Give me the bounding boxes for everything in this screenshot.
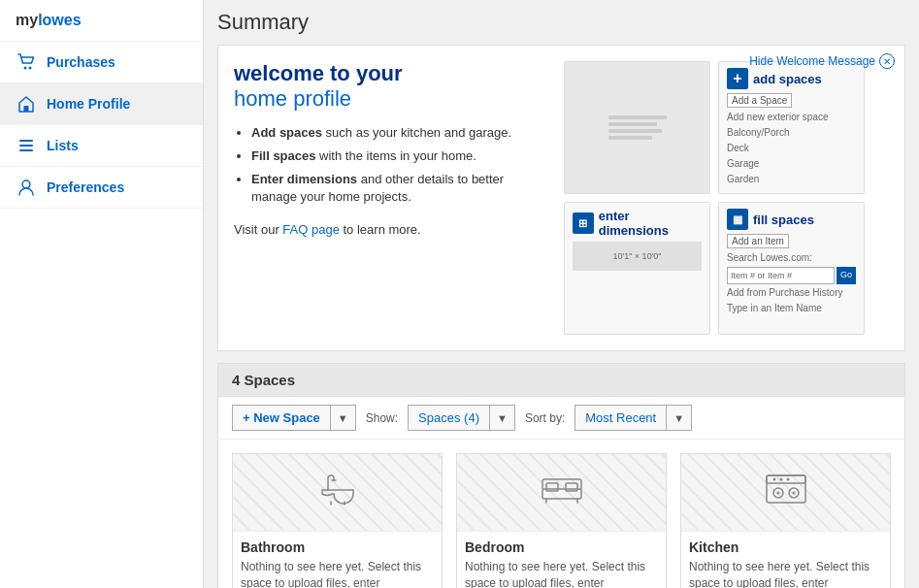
page-title: Summary <box>217 10 905 35</box>
show-filter-dropdown[interactable]: Spaces (4) ▼ <box>408 405 515 431</box>
screenshot-placeholder <box>564 61 710 194</box>
hide-welcome-button[interactable]: Hide Welcome Message ✕ <box>749 53 895 69</box>
list-item: Garage <box>727 156 856 172</box>
welcome-text: welcome to your home profile Add spaces … <box>234 61 544 335</box>
dimensions-icon-box: ⊞ <box>573 212 594 234</box>
sidebar-item-preferences[interactable]: Preferences <box>0 167 203 209</box>
screenshot-line <box>608 136 652 140</box>
welcome-faq: Visit our FAQ page to learn more. <box>234 222 544 237</box>
sidebar-item-home-profile[interactable]: Home Profile <box>0 83 203 125</box>
svg-point-6 <box>22 180 30 188</box>
bathtub-icon <box>318 473 357 513</box>
enter-dimensions-label: enter dimensions <box>599 209 702 238</box>
welcome-heading: welcome to your home profile <box>234 61 544 113</box>
enter-dimensions-title: ⊞ enter dimensions <box>573 209 702 238</box>
svg-rect-3 <box>19 140 33 142</box>
bedroom-title: Bedroom <box>457 532 666 559</box>
bedroom-desc: Nothing to see here yet. Select this spa… <box>457 559 666 588</box>
sidebar: mylowes Purchases Home Profile <box>0 0 204 588</box>
svg-rect-9 <box>566 483 577 491</box>
screenshot-line <box>608 115 667 119</box>
welcome-panel: Hide Welcome Message ✕ welcome to your h… <box>217 45 905 351</box>
spaces-header: 4 Spaces <box>218 364 904 397</box>
person-icon <box>16 177 37 198</box>
brand-my: my <box>16 12 38 28</box>
stove-icon <box>765 472 807 513</box>
faq-prefix: Visit our <box>234 222 282 237</box>
svg-rect-8 <box>546 483 558 491</box>
show-chevron-icon: ▼ <box>490 408 514 429</box>
fill-space-list: Search Lowes.com: Item # or Item # Go Ad… <box>727 250 856 316</box>
bullet-enter-dimensions: Enter dimensions and other details to be… <box>251 171 544 206</box>
brand: mylowes <box>0 0 203 42</box>
sidebar-label-preferences: Preferences <box>47 180 124 195</box>
space-card-bedroom[interactable]: Bedroom Nothing to see here yet. Select … <box>456 453 667 588</box>
screenshot-line <box>608 122 657 126</box>
svg-point-17 <box>779 478 782 481</box>
faq-link[interactable]: FAQ page <box>282 222 340 237</box>
hide-welcome-label: Hide Welcome Message <box>749 54 875 68</box>
show-label: Show: <box>366 411 398 425</box>
welcome-line2: home profile <box>234 86 351 111</box>
kitchen-title: Kitchen <box>681 532 890 559</box>
search-field: Item # or Item # <box>727 267 835 284</box>
new-space-label: + New Space <box>233 406 331 430</box>
lists-icon <box>16 135 37 156</box>
list-item: Garden <box>727 172 856 187</box>
sort-chevron-icon: ▼ <box>667 408 691 429</box>
close-icon: ✕ <box>879 53 895 69</box>
sidebar-label-home-profile: Home Profile <box>47 96 130 112</box>
fill-space-row: Add an Item <box>727 234 856 248</box>
search-lowes: Search Lowes.com: <box>727 250 856 266</box>
new-space-chevron-icon: ▼ <box>331 408 355 429</box>
bedroom-image <box>457 454 666 532</box>
add-from-purchase: Add from Purchase History <box>727 285 856 301</box>
spaces-section: 4 Spaces + New Space ▼ Show: Spaces (4) … <box>217 363 905 588</box>
space-card-kitchen[interactable]: Kitchen Nothing to see here yet. Select … <box>680 453 891 588</box>
plus-icon-box: + <box>727 68 748 89</box>
fill-icon-box: ▦ <box>727 209 748 230</box>
kitchen-desc: Nothing to see here yet. Select this spa… <box>681 559 890 588</box>
space-card-bathroom[interactable]: Bathroom Nothing to see here yet. Select… <box>232 453 443 588</box>
sort-label: Sort by: <box>525 411 565 425</box>
add-item-dropdown: Add an Item <box>727 234 789 248</box>
svg-point-18 <box>786 478 789 481</box>
new-space-button[interactable]: + New Space ▼ <box>232 405 356 431</box>
sidebar-item-purchases[interactable]: Purchases <box>0 42 203 83</box>
fill-spaces-title: ▦ fill spaces <box>727 209 856 230</box>
svg-rect-4 <box>19 145 33 147</box>
cart-icon <box>16 51 37 73</box>
bullet-add-spaces: Add spaces such as your kitchen and gara… <box>251 124 544 142</box>
screenshot-lines <box>608 115 667 140</box>
bathroom-title: Bathroom <box>233 532 442 559</box>
bathroom-image <box>233 454 442 532</box>
add-space-row: Add a Space <box>727 93 856 108</box>
spaces-cards: Bathroom Nothing to see here yet. Select… <box>218 440 904 588</box>
screenshot-line <box>608 129 662 133</box>
svg-point-16 <box>772 478 775 481</box>
add-spaces-title: + add spaces <box>727 68 856 89</box>
enter-dimensions-card: ⊞ enter dimensions 10'1" × 10'0" <box>564 202 710 335</box>
add-space-dropdown: Add a Space <box>727 93 792 108</box>
svg-point-1 <box>29 67 32 70</box>
svg-rect-2 <box>24 106 29 112</box>
welcome-illustration: + add spaces Add a Space Add new exterio… <box>564 61 865 335</box>
spaces-toolbar: + New Space ▼ Show: Spaces (4) ▼ Sort by… <box>218 397 904 440</box>
search-row: Item # or Item # Go <box>727 267 856 284</box>
welcome-bullets: Add spaces such as your kitchen and gara… <box>234 124 544 207</box>
show-value: Spaces (4) <box>409 406 490 430</box>
go-button: Go <box>837 267 856 284</box>
sort-dropdown[interactable]: Most Recent ▼ <box>574 405 692 431</box>
bed-icon <box>541 474 583 511</box>
list-item: Deck <box>727 141 856 156</box>
add-space-list: Add new exterior space Balcony/Porch Dec… <box>727 110 856 187</box>
bullet-fill-spaces: Fill spaces with the items in your home. <box>251 147 544 165</box>
kitchen-image <box>681 454 890 532</box>
svg-point-15 <box>792 492 795 495</box>
svg-rect-11 <box>767 475 805 483</box>
add-spaces-card: + add spaces Add a Space Add new exterio… <box>718 61 865 194</box>
dimensions-text: 10'1" × 10'0" <box>612 251 661 261</box>
sidebar-item-lists[interactable]: Lists <box>0 125 203 167</box>
faq-suffix: to learn more. <box>340 222 421 237</box>
fill-spaces-card: ▦ fill spaces Add an Item Search Lowes.c… <box>718 202 865 335</box>
